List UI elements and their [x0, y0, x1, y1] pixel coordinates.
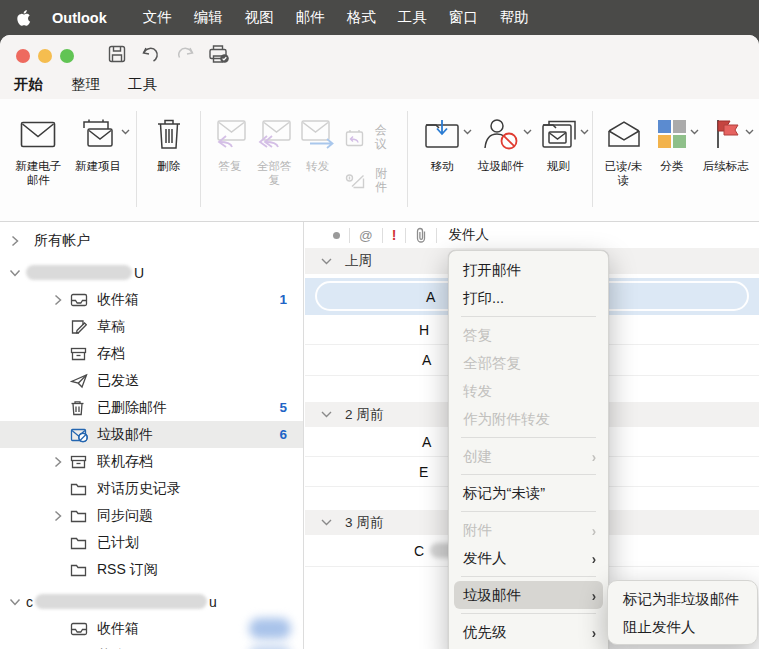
- menu-item-forward: 转发: [449, 377, 608, 405]
- print-icon[interactable]: [202, 42, 236, 66]
- attachment-filter-icon[interactable]: [415, 227, 427, 243]
- archive-icon: [70, 454, 97, 470]
- new-email-icon: [20, 111, 56, 157]
- chevron-right-icon[interactable]: [46, 510, 70, 522]
- save-icon[interactable]: [100, 42, 134, 66]
- follow-up-button[interactable]: 后续标志: [696, 107, 755, 221]
- sidebar-item-deleted[interactable]: 已删除邮件 5: [0, 394, 303, 421]
- rules-icon: [541, 111, 577, 157]
- sidebar-item-sent[interactable]: 已发送: [0, 367, 303, 394]
- sidebar-item-drafts[interactable]: 草稿: [0, 313, 303, 340]
- close-window-button[interactable]: [16, 49, 30, 63]
- sidebar-item-inbox-2[interactable]: 收件箱: [0, 615, 303, 642]
- sidebar-account-2[interactable]: c u: [0, 588, 303, 615]
- menu-item-open-message[interactable]: 打开邮件: [449, 256, 608, 284]
- menu-file[interactable]: 文件: [132, 8, 183, 27]
- reply-all-button: 全部答复: [252, 107, 297, 221]
- zoom-window-button[interactable]: [60, 49, 74, 63]
- menu-item-print[interactable]: 打印...: [449, 284, 608, 312]
- menu-view[interactable]: 视图: [234, 8, 285, 27]
- chevron-down-icon: [580, 129, 589, 135]
- reply-button: 答复: [208, 107, 251, 221]
- new-item-icon: [78, 111, 118, 157]
- importance-filter-icon[interactable]: !: [392, 227, 397, 243]
- sidebar-all-accounts[interactable]: 所有帐户: [0, 227, 303, 254]
- context-menu: 打开邮件 打印... 答复 全部答复 转发 作为附件转发 创建› 标记为“未读”…: [448, 250, 609, 649]
- delete-button[interactable]: 删除: [144, 107, 193, 221]
- menu-outlook[interactable]: Outlook: [41, 10, 118, 26]
- chevron-down-icon[interactable]: [4, 269, 26, 277]
- menu-item-priority[interactable]: 优先级›: [449, 618, 608, 646]
- follow-up-icon: [710, 111, 742, 157]
- menu-format[interactable]: 格式: [336, 8, 387, 27]
- categorize-icon: [657, 111, 687, 157]
- menu-edit[interactable]: 编辑: [183, 8, 234, 27]
- unread-count-badge: 1: [279, 292, 287, 307]
- submenu-arrow-icon: ›: [592, 521, 596, 538]
- reply-icon: [213, 111, 247, 157]
- menu-separator: [461, 576, 596, 577]
- rules-button[interactable]: 规则: [532, 107, 585, 221]
- submenu-item-block-sender[interactable]: 阻止发件人: [608, 613, 757, 641]
- ribbon: 新建电子邮件 新建项目 删除 答复: [0, 99, 759, 222]
- menu-message[interactable]: 邮件: [285, 8, 336, 27]
- chevron-right-icon[interactable]: [4, 235, 26, 247]
- macos-menu-bar: Outlook 文件 编辑 视图 邮件 格式 工具 窗口 帮助: [0, 0, 759, 35]
- tab-organize[interactable]: 整理: [71, 72, 100, 99]
- sender-sort-label[interactable]: 发件人: [448, 226, 489, 244]
- sidebar-item-conversation-history[interactable]: 对话历史记录: [0, 475, 303, 502]
- menu-item-attachments: 附件›: [449, 516, 608, 544]
- count-badge: 6: [279, 427, 287, 442]
- submenu-arrow-icon: ›: [592, 586, 596, 603]
- ribbon-tabs: 开始 整理 工具: [0, 72, 759, 99]
- new-item-button[interactable]: 新建项目: [67, 107, 129, 221]
- tab-home[interactable]: 开始: [14, 72, 43, 99]
- attachment-icon: [345, 173, 365, 189]
- menu-window[interactable]: 窗口: [438, 8, 489, 27]
- sidebar-item-junk[interactable]: 垃圾邮件 6: [0, 421, 303, 448]
- menu-separator: [461, 613, 596, 614]
- sidebar-item-rss[interactable]: RSS 订阅: [0, 556, 303, 583]
- chevron-down-icon[interactable]: [4, 598, 26, 606]
- junk-button[interactable]: 垃圾邮件: [470, 107, 532, 221]
- menu-separator: [461, 316, 596, 317]
- move-button[interactable]: 移动: [415, 107, 470, 221]
- menu-item-mark-unread[interactable]: 标记为“未读”: [449, 479, 608, 507]
- menu-item-sender[interactable]: 发件人›: [449, 544, 608, 572]
- sidebar-item-inbox[interactable]: 收件箱 1: [0, 286, 303, 313]
- submenu-item-mark-not-junk[interactable]: 标记为非垃圾邮件: [608, 585, 757, 613]
- forward-icon: [300, 111, 336, 157]
- unread-filter-icon[interactable]: [333, 232, 340, 239]
- move-icon: [424, 111, 460, 157]
- chevron-down-icon: [745, 129, 754, 135]
- minimize-window-button[interactable]: [38, 49, 52, 63]
- chevron-down-icon: [121, 129, 130, 135]
- menu-item-reply-all: 全部答复: [449, 349, 608, 377]
- sidebar-item-drafts-2[interactable]: 草稿: [0, 642, 303, 649]
- chevron-right-icon[interactable]: [46, 456, 70, 468]
- junk-folder-icon: [70, 427, 97, 443]
- sidebar-item-online-archive[interactable]: 联机存档: [0, 448, 303, 475]
- undo-icon[interactable]: [134, 42, 168, 66]
- menu-item-junk[interactable]: 垃圾邮件›: [454, 581, 603, 609]
- categorize-button[interactable]: 分类: [647, 107, 696, 221]
- chevron-right-icon[interactable]: [46, 294, 70, 306]
- meeting-button: 会议: [345, 120, 392, 151]
- tab-tools[interactable]: 工具: [128, 72, 157, 99]
- sidebar-item-archive[interactable]: 存档: [0, 340, 303, 367]
- sidebar-item-sync-issues[interactable]: 同步问题: [0, 502, 303, 529]
- submenu-arrow-icon: ›: [592, 623, 596, 640]
- sidebar-item-scheduled[interactable]: 已计划: [0, 529, 303, 556]
- folder-icon: [70, 508, 97, 524]
- delete-icon: [156, 111, 182, 157]
- menu-tools[interactable]: 工具: [387, 8, 438, 27]
- apple-menu-icon[interactable]: [16, 9, 31, 27]
- menu-help[interactable]: 帮助: [489, 8, 540, 27]
- folder-icon: [70, 481, 97, 497]
- outlook-window: 开始 整理 工具 新建电子邮件 新建项目 删除: [0, 35, 759, 649]
- attachment-button: 附件: [345, 163, 392, 194]
- read-unread-button[interactable]: 已读/未读: [600, 107, 647, 221]
- sidebar-account-1[interactable]: U: [0, 259, 303, 286]
- new-email-button[interactable]: 新建电子邮件: [10, 107, 67, 221]
- mention-filter-icon[interactable]: @: [359, 228, 373, 243]
